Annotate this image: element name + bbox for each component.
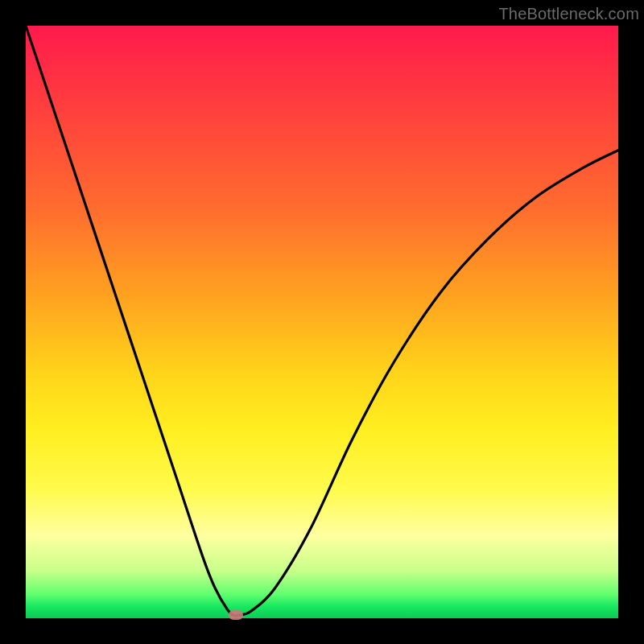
plot-area <box>26 26 618 618</box>
watermark-text: TheBottleneck.com <box>498 5 639 23</box>
optimal-point-marker <box>229 610 243 620</box>
chart-frame: TheBottleneck.com <box>0 0 644 644</box>
bottleneck-curve <box>26 26 618 618</box>
